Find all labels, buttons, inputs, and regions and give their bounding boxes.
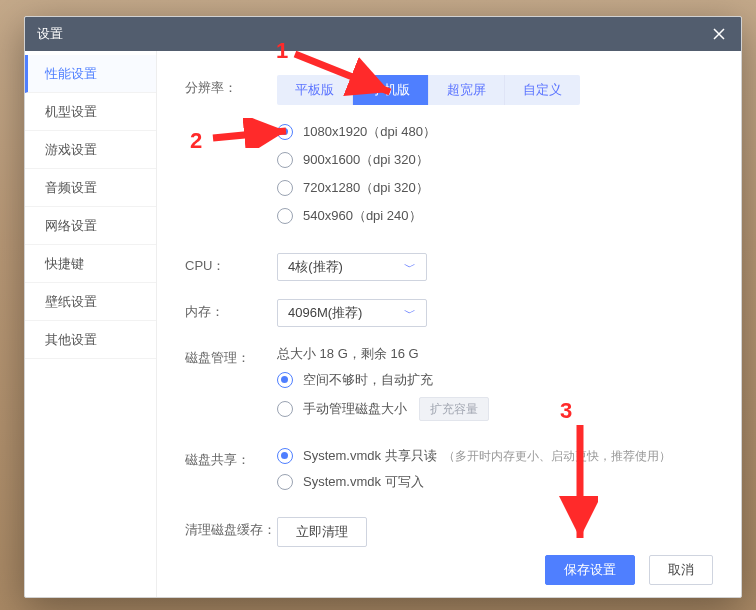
resolution-option-1[interactable]: 900x1600（dpi 320） (277, 151, 713, 169)
expand-capacity-button: 扩充容量 (419, 397, 489, 421)
option-label: System.vmdk 可写入 (303, 473, 424, 491)
tab-label: 超宽屏 (447, 82, 486, 97)
select-value: 4核(推荐) (288, 258, 343, 276)
disk-auto-option[interactable]: 空间不够时，自动扩充 (277, 371, 713, 389)
close-icon (713, 28, 725, 40)
row-cpu: CPU： 4核(推荐) ﹀ (185, 253, 713, 281)
disk-share-label: 磁盘共享： (185, 447, 277, 499)
radio-icon (277, 152, 293, 168)
chevron-down-icon: ﹀ (404, 259, 416, 276)
option-label: 1080x1920（dpi 480） (303, 123, 436, 141)
disk-manual-option[interactable]: 手动管理磁盘大小扩充容量 (277, 397, 713, 421)
sidebar-item-label: 壁纸设置 (45, 293, 97, 311)
memory-label: 内存： (185, 299, 277, 327)
radio-icon (277, 401, 293, 417)
sidebar-item-audio[interactable]: 音频设置 (25, 169, 156, 207)
option-hint: （多开时内存更小、启动更快，推荐使用） (443, 448, 671, 465)
row-disk-share: 磁盘共享： System.vmdk 共享只读（多开时内存更小、启动更快，推荐使用… (185, 447, 713, 499)
tab-label: 自定义 (523, 82, 562, 97)
sidebar-item-performance[interactable]: 性能设置 (25, 55, 156, 93)
cancel-button[interactable]: 取消 (649, 555, 713, 585)
resolution-tabs: 平板版 手机版 超宽屏 自定义 (277, 75, 580, 105)
sidebar-item-label: 网络设置 (45, 217, 97, 235)
disk-share-writable[interactable]: System.vmdk 可写入 (277, 473, 713, 491)
resolution-control: 平板版 手机版 超宽屏 自定义 1080x1920（dpi 480） 900x1… (277, 75, 713, 235)
disk-manage-label: 磁盘管理： (185, 345, 277, 429)
sidebar-item-other[interactable]: 其他设置 (25, 321, 156, 359)
clear-cache-label: 清理磁盘缓存： (185, 517, 277, 547)
dialog-body: 性能设置 机型设置 游戏设置 音频设置 网络设置 快捷键 壁纸设置 其他设置 分… (25, 51, 741, 597)
radio-icon (277, 208, 293, 224)
tab-label: 手机版 (371, 82, 410, 97)
sidebar-item-label: 快捷键 (45, 255, 84, 273)
chevron-down-icon: ﹀ (404, 305, 416, 322)
title-bar: 设置 (25, 17, 741, 51)
main-panel: 分辨率： 平板版 手机版 超宽屏 自定义 1080x1920（dpi 480） … (157, 51, 741, 597)
row-resolution: 分辨率： 平板版 手机版 超宽屏 自定义 1080x1920（dpi 480） … (185, 75, 713, 235)
cpu-select[interactable]: 4核(推荐) ﹀ (277, 253, 427, 281)
row-memory: 内存： 4096M(推荐) ﹀ (185, 299, 713, 327)
disk-summary: 总大小 18 G，剩余 16 G (277, 345, 713, 363)
radio-icon (277, 448, 293, 464)
close-button[interactable] (697, 17, 741, 51)
resolution-option-0[interactable]: 1080x1920（dpi 480） (277, 123, 713, 141)
option-label: 手动管理磁盘大小 (303, 400, 407, 418)
sidebar-item-shortcut[interactable]: 快捷键 (25, 245, 156, 283)
sidebar-item-label: 游戏设置 (45, 141, 97, 159)
resolution-option-3[interactable]: 540x960（dpi 240） (277, 207, 713, 225)
sidebar: 性能设置 机型设置 游戏设置 音频设置 网络设置 快捷键 壁纸设置 其他设置 (25, 51, 157, 597)
radio-icon (277, 124, 293, 140)
disk-share-readonly[interactable]: System.vmdk 共享只读（多开时内存更小、启动更快，推荐使用） (277, 447, 713, 465)
tab-phone[interactable]: 手机版 (352, 75, 428, 105)
row-disk-manage: 磁盘管理： 总大小 18 G，剩余 16 G 空间不够时，自动扩充 手动管理磁盘… (185, 345, 713, 429)
resolution-options: 1080x1920（dpi 480） 900x1600（dpi 320） 720… (277, 123, 713, 225)
save-button[interactable]: 保存设置 (545, 555, 635, 585)
cpu-label: CPU： (185, 253, 277, 281)
option-label: 540x960（dpi 240） (303, 207, 422, 225)
resolution-option-2[interactable]: 720x1280（dpi 320） (277, 179, 713, 197)
memory-select[interactable]: 4096M(推荐) ﹀ (277, 299, 427, 327)
option-label: 900x1600（dpi 320） (303, 151, 429, 169)
sidebar-item-model[interactable]: 机型设置 (25, 93, 156, 131)
dialog-title: 设置 (37, 25, 63, 43)
radio-icon (277, 180, 293, 196)
sidebar-item-game[interactable]: 游戏设置 (25, 131, 156, 169)
tab-ultrawide[interactable]: 超宽屏 (428, 75, 504, 105)
radio-icon (277, 372, 293, 388)
select-value: 4096M(推荐) (288, 304, 362, 322)
tab-custom[interactable]: 自定义 (504, 75, 580, 105)
row-clear-cache: 清理磁盘缓存： 立即清理 (185, 517, 713, 547)
sidebar-item-wallpaper[interactable]: 壁纸设置 (25, 283, 156, 321)
sidebar-item-label: 机型设置 (45, 103, 97, 121)
dialog-footer: 保存设置 取消 (545, 555, 713, 585)
sidebar-item-label: 其他设置 (45, 331, 97, 349)
clear-cache-button[interactable]: 立即清理 (277, 517, 367, 547)
sidebar-item-label: 性能设置 (45, 65, 97, 83)
resolution-label: 分辨率： (185, 75, 277, 235)
sidebar-item-network[interactable]: 网络设置 (25, 207, 156, 245)
tab-tablet[interactable]: 平板版 (277, 75, 352, 105)
option-label: 空间不够时，自动扩充 (303, 371, 433, 389)
settings-dialog: 设置 性能设置 机型设置 游戏设置 音频设置 网络设置 快捷键 壁纸设置 其他设… (24, 16, 742, 598)
option-label: System.vmdk 共享只读 (303, 447, 437, 465)
option-label: 720x1280（dpi 320） (303, 179, 429, 197)
sidebar-item-label: 音频设置 (45, 179, 97, 197)
tab-label: 平板版 (295, 82, 334, 97)
radio-icon (277, 474, 293, 490)
